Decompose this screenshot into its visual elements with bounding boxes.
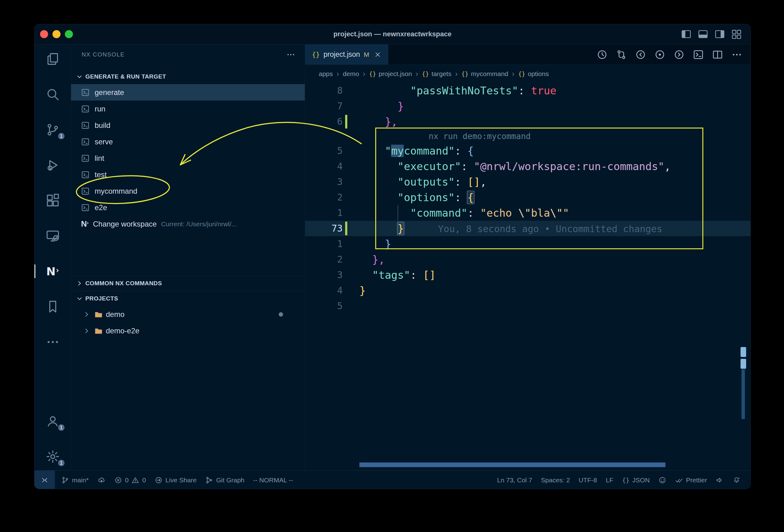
- status-git-graph[interactable]: Git Graph: [201, 471, 249, 489]
- line-number: 8: [305, 83, 343, 99]
- breadcrumb: apps›demo›{}project.json›{}targets›{}myc…: [305, 65, 751, 83]
- activity-extensions[interactable]: [34, 193, 71, 208]
- overview-ruler-mark: [740, 347, 746, 357]
- activity-settings[interactable]: 1: [34, 449, 71, 464]
- gutter-bar: [343, 205, 349, 221]
- status-vim-mode[interactable]: -- NORMAL --: [249, 471, 298, 489]
- gutter-bar: [343, 143, 349, 159]
- target-label: generate: [95, 88, 124, 97]
- status-branch[interactable]: main*: [57, 471, 93, 489]
- next-change-icon[interactable]: [673, 49, 685, 60]
- activity-explorer[interactable]: [34, 52, 71, 66]
- folder-icon: [94, 327, 103, 335]
- breadcrumb-separator: ›: [416, 69, 418, 78]
- status-notifications[interactable]: [728, 471, 745, 489]
- code-line: 3 "outputs": [],: [305, 174, 751, 190]
- toggle-primary-sidebar-icon[interactable]: [681, 29, 692, 39]
- activity-more[interactable]: [34, 335, 71, 349]
- status-feedback-smiley[interactable]: [654, 471, 671, 489]
- horizontal-scrollbar[interactable]: [359, 463, 666, 467]
- run-debug-icon: [46, 158, 60, 172]
- compare-changes-icon[interactable]: [616, 49, 627, 60]
- activity-remote-explorer[interactable]: [34, 228, 71, 243]
- toggle-secondary-sidebar-icon[interactable]: [715, 29, 725, 39]
- more-horizontal-icon: [46, 335, 60, 349]
- breadcrumb-apps[interactable]: apps: [319, 70, 333, 78]
- indent-guide: [398, 205, 398, 221]
- line-text: }: [349, 236, 751, 252]
- status-indentation[interactable]: Spaces: 2: [537, 471, 574, 489]
- status-live-share[interactable]: Live Share: [150, 471, 201, 489]
- status-publish[interactable]: [93, 471, 110, 489]
- breadcrumb-mycommand[interactable]: {}mycommand: [461, 70, 508, 78]
- target-build[interactable]: build: [71, 117, 305, 134]
- project-demo[interactable]: demo: [71, 306, 305, 323]
- target-label: build: [95, 121, 111, 130]
- target-generate[interactable]: generate: [71, 84, 305, 101]
- open-changes-icon[interactable]: [654, 49, 666, 60]
- target-label: lint: [95, 154, 104, 163]
- target-mycommand[interactable]: mycommand: [71, 183, 305, 199]
- target-e2e[interactable]: e2e: [71, 199, 305, 216]
- code-line: 73 }You, 8 seconds ago • Uncommitted cha…: [305, 221, 751, 236]
- chevron-down-icon: [76, 295, 83, 303]
- status-label: LF: [606, 476, 614, 484]
- git-graph-icon: [205, 476, 213, 484]
- more-actions-icon[interactable]: [286, 50, 296, 59]
- status-encoding[interactable]: UTF-8: [574, 471, 601, 489]
- chevron-right-icon: [76, 279, 83, 287]
- vertical-scrollbar[interactable]: [741, 369, 745, 419]
- target-run[interactable]: run: [71, 101, 305, 117]
- window-title: project.json — newnxreactwrkspace: [333, 30, 451, 38]
- customize-layout-icon[interactable]: [731, 29, 742, 39]
- close-window-button[interactable]: [40, 30, 48, 38]
- split-editor-icon[interactable]: [712, 49, 723, 60]
- status-language[interactable]: {}JSON: [618, 471, 654, 489]
- editor-code[interactable]: 8 "passWithNoTests": true7 }6 },nx run d…: [305, 83, 751, 470]
- breadcrumb-separator: ›: [363, 69, 365, 78]
- activity-bookmarks[interactable]: [34, 299, 71, 314]
- codelens-command[interactable]: nx run demo:mycommand: [305, 130, 751, 143]
- tab-project-json[interactable]: {} project.json M: [305, 45, 388, 64]
- section-generate-run-target[interactable]: GENERATE & RUN TARGET: [71, 69, 305, 84]
- tab-bar: {} project.json M: [305, 45, 751, 65]
- activity-source-control[interactable]: 1: [34, 122, 71, 137]
- activity-accounts[interactable]: 1: [34, 414, 71, 429]
- status-label: Prettier: [686, 476, 707, 484]
- breadcrumb-demo[interactable]: demo: [343, 70, 359, 78]
- status-announcement[interactable]: [711, 471, 728, 489]
- previous-change-icon[interactable]: [635, 49, 646, 60]
- status-remote[interactable]: [34, 471, 55, 489]
- breadcrumb-project.json[interactable]: {}project.json: [369, 70, 412, 78]
- status-eol[interactable]: LF: [601, 471, 618, 489]
- folder-icon: [94, 310, 103, 319]
- section-label: COMMON NX COMMANDS: [85, 280, 162, 287]
- status-cursor-position[interactable]: Ln 73, Col 7: [493, 471, 537, 489]
- breadcrumb-options[interactable]: {}options: [518, 70, 549, 78]
- breadcrumb-targets[interactable]: {}targets: [422, 70, 451, 78]
- activity-search[interactable]: [34, 87, 71, 102]
- close-tab-icon[interactable]: [374, 51, 382, 58]
- zoom-window-button[interactable]: [65, 30, 73, 38]
- change-workspace-item[interactable]: N› Change workspace Current: /Users/juri…: [71, 216, 305, 232]
- section-projects[interactable]: PROJECTS: [71, 291, 305, 306]
- target-lint[interactable]: lint: [71, 150, 305, 166]
- timeline-icon[interactable]: [596, 49, 608, 60]
- remote-explorer-icon: [46, 229, 60, 243]
- status-formatter[interactable]: Prettier: [671, 471, 711, 489]
- project-demo-e2e[interactable]: demo-e2e: [71, 323, 305, 339]
- activity-run-debug[interactable]: [34, 158, 71, 173]
- sidebar-title: NX CONSOLE: [82, 51, 125, 58]
- more-actions-icon[interactable]: [731, 49, 743, 60]
- error-circle-icon: [114, 476, 122, 484]
- activity-nx-console[interactable]: N›: [34, 264, 71, 279]
- line-text: }: [349, 283, 751, 298]
- target-serve[interactable]: serve: [71, 134, 305, 150]
- toggle-panel-icon[interactable]: [698, 29, 708, 39]
- target-test[interactable]: test: [71, 166, 305, 183]
- section-common-nx-commands[interactable]: COMMON NX COMMANDS: [71, 276, 305, 291]
- minimize-window-button[interactable]: [52, 30, 60, 38]
- status-problems[interactable]: 00: [110, 471, 150, 489]
- run-target-icon[interactable]: [693, 49, 704, 60]
- layout-controls: [681, 29, 751, 39]
